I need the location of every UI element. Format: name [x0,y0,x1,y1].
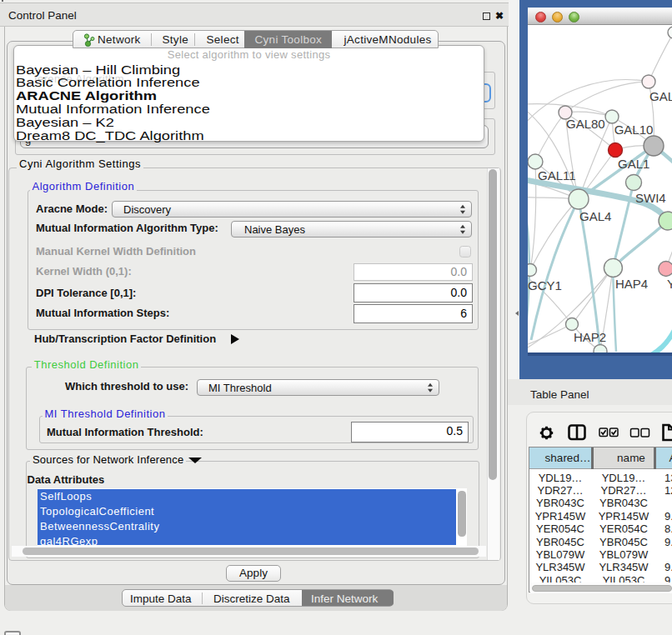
svg-text:GAL4: GAL4 [579,209,611,223]
svg-text:GAL10: GAL10 [614,122,654,137]
svg-text:GAL7: GAL7 [649,89,672,103]
svg-text:GCY1: GCY1 [528,278,562,292]
svg-text:SWI4: SWI4 [635,191,666,205]
svg-text:GAL80: GAL80 [566,117,605,131]
svg-text:GAL1: GAL1 [618,157,649,171]
svg-text:HAP4: HAP4 [615,277,648,291]
svg-text:GAL11: GAL11 [538,168,576,182]
svg-text:HAP2: HAP2 [574,330,606,344]
svg-text:YJ: YJ [667,277,672,291]
